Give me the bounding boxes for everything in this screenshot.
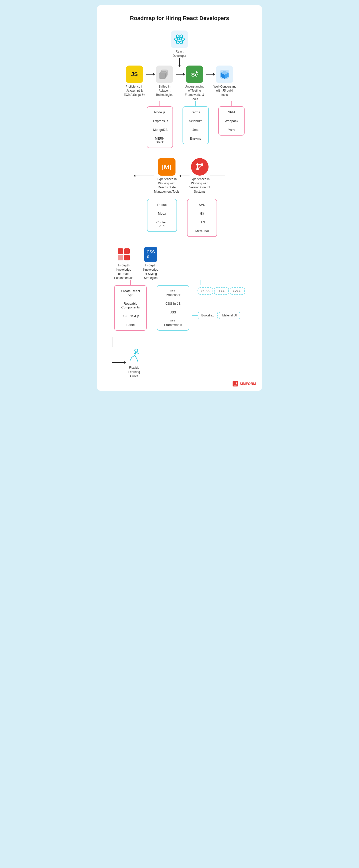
jsbuild-item-3: Yarn	[222, 126, 241, 133]
jsbuild-icon	[216, 65, 233, 83]
vline-test	[195, 101, 196, 106]
state-item-1: Redux	[151, 202, 173, 208]
adj-icon	[156, 65, 173, 83]
arrow-js-adj	[146, 74, 153, 74]
svg-line-27	[136, 352, 139, 354]
lists-row-1: Node.js Express.js MongoDB MERN Stack Ka…	[104, 101, 255, 148]
left-branch: In-Depth Knowledge of React Fundamentals…	[114, 244, 245, 331]
svg-rect-6	[159, 73, 166, 79]
svg-rect-21	[118, 255, 123, 260]
style-item-4: CSS Frameworks	[161, 318, 185, 328]
svg-line-30	[137, 359, 138, 362]
style-item-2: CSS-in-JS	[161, 300, 185, 307]
bootstrap-row: Bootstrap Material UI	[192, 312, 245, 319]
line-to-mui	[134, 176, 154, 176]
svg-rect-22	[124, 255, 130, 260]
jsbuild-label: Well-Conversant with JS build tools	[214, 85, 236, 97]
react-fund-icon	[116, 247, 131, 262]
scss-row: SCSS LESS SASS	[192, 287, 245, 295]
styling-list: CSS Processor CSS-in-JS JSS CSS Framewor…	[157, 285, 189, 331]
vcs-list-col: SVN Git TFS Mercurial	[187, 194, 217, 237]
flexible-node: Flexible Learning Curve	[125, 347, 143, 378]
vcs-item-4: Mercurial	[191, 228, 213, 235]
state-item-3: Context API	[151, 219, 173, 229]
styling-row: CSS Processor CSS-in-JS JSS CSS Framewor…	[157, 285, 245, 331]
testing-list-col: Karma Selenium Jest Enzyme	[182, 101, 209, 144]
state-list-col: Redux Mobx Context API	[147, 194, 177, 232]
react-fund-list-col: Create React App Reusable Components JSX…	[114, 280, 147, 331]
adj-item-3: MongoDB	[151, 126, 169, 133]
vline-state	[162, 194, 162, 199]
jsbuild-item-2: Webpack	[222, 118, 241, 124]
styling-list-area: CSS Processor CSS-in-JS JSS CSS Framewor…	[157, 280, 245, 331]
simform-icon	[233, 381, 238, 386]
simform-text: SIMFORM	[240, 382, 256, 386]
svg-text:]M[: ]M[	[161, 164, 172, 171]
rf-item-3: JSX, Next.js	[118, 313, 143, 319]
react-fund-node: In-Depth Knowledge of React Fundamentals	[114, 247, 133, 280]
page-title: Roadmap for Hiring React Developers	[104, 15, 255, 22]
vline-react-fund	[130, 280, 131, 285]
js-icon: JS	[126, 65, 143, 83]
jsbuild-node: Well-Conversant with JS build tools	[213, 65, 236, 97]
vcs-item-3: TFS	[191, 219, 213, 226]
vcs-label: Experienced in Working with Version Cont…	[189, 177, 210, 194]
vline-adj	[159, 101, 160, 106]
testing-list: Karma Selenium Jest Enzyme	[182, 106, 209, 144]
css3-icon: CSS3	[144, 247, 157, 262]
vline-styling	[201, 280, 201, 285]
lists-row-2: Redux Mobx Context API SVN Git TFS Mercu…	[104, 194, 255, 237]
main-card: Roadmap for Hiring React Developers Reac…	[97, 5, 262, 391]
fund-styling-row: In-Depth Knowledge of React Fundamentals…	[114, 247, 158, 280]
adj-item-2: Express.js	[151, 118, 169, 124]
adj-item-4: MERN Stack	[151, 135, 169, 146]
styling-label: In-Depth Knowledge of Styling Strategies	[143, 264, 158, 280]
arrow-adj-test	[176, 74, 183, 74]
git-icon	[191, 158, 209, 176]
hline-flexible	[112, 362, 124, 363]
react-icon	[171, 31, 188, 48]
arrow-test-jsbuild	[206, 74, 213, 74]
arrow-down-1	[179, 58, 180, 65]
react-developer-node: React Developer	[171, 31, 188, 58]
vcs-node: Experienced in Working with Version Cont…	[189, 158, 210, 194]
svg-line-25	[132, 355, 135, 358]
state-item-2: Mobx	[151, 210, 173, 217]
bootstrap-badge: Bootstrap	[198, 312, 217, 319]
spacer	[192, 297, 245, 310]
adj-label: Skilled in Adjacent Technologies	[156, 85, 173, 97]
jsbuild-list-col: NPM Webpack Yarn	[218, 101, 245, 135]
vline-vcs	[202, 194, 202, 199]
react-fund-label: In-Depth Knowledge of React Fundamentals	[114, 264, 133, 280]
state-list: Redux Mobx Context API	[147, 199, 177, 232]
testing-node: Se Understanding of Testing Frameworks &…	[183, 65, 206, 101]
fund-styling-lists: Create React App Reusable Components JSX…	[114, 280, 245, 331]
flexible-connector	[112, 337, 112, 347]
svg-point-15	[196, 163, 199, 166]
style-item-3: JSS	[161, 309, 185, 316]
style-item-1: CSS Processor	[161, 288, 185, 298]
js-node: JS Proficiency in Javascript & ECMA Scri…	[123, 65, 146, 97]
vline-flexible	[112, 337, 112, 347]
arrow-git-mui	[179, 176, 189, 176]
state-mgmt-label: Experienced in Working with Reactjs Stat…	[154, 177, 179, 194]
test-item-1: Karma	[186, 109, 205, 116]
jsbuild-list: NPM Webpack Yarn	[218, 106, 245, 135]
flexible-label: Flexible Learning Curve	[128, 366, 140, 378]
svg-point-23	[135, 349, 138, 352]
scss-dashes: SCSS LESS SASS	[198, 287, 245, 295]
rf-item-4: Babel	[118, 321, 143, 328]
section-3: In-Depth Knowledge of React Fundamentals…	[104, 244, 255, 331]
state-mgmt-node: ]M[ Experienced in Working with Reactjs …	[154, 158, 179, 194]
section-2-icons: ]M[ Experienced in Working with Reactjs …	[134, 158, 225, 194]
react-developer-label: React Developer	[173, 50, 186, 58]
testing-label: Understanding of Testing Frameworks & To…	[185, 85, 204, 101]
js-label: Proficiency in Javascript & ECMA Script …	[124, 85, 145, 97]
scss-badge: SCSS	[198, 287, 213, 295]
svg-line-29	[130, 358, 132, 361]
dashed-boxes-area: SCSS LESS SASS	[192, 286, 245, 319]
test-item-4: Enzyme	[186, 135, 205, 142]
styling-node: CSS3 In-Depth Knowledge of Styling Strat…	[143, 247, 158, 280]
bootstrap-connector	[192, 315, 197, 316]
vcs-list: SVN Git TFS Mercurial	[187, 199, 217, 237]
